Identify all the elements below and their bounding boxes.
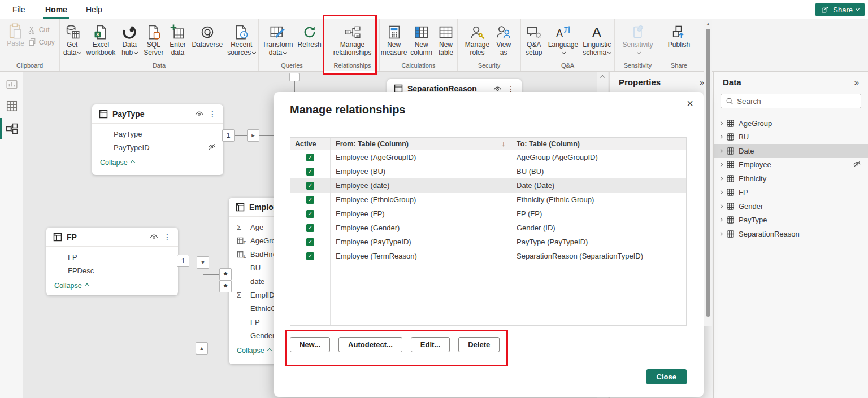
active-checkbox[interactable]: ✓: [306, 210, 314, 218]
excel-workbook-button[interactable]: XExcelworkbook: [85, 23, 117, 57]
search-box[interactable]: [721, 94, 861, 108]
expand-chevron-icon[interactable]: [719, 218, 723, 222]
expand-chevron-icon[interactable]: [719, 232, 723, 236]
collapse-panel-icon[interactable]: »: [700, 77, 704, 87]
view-as-button[interactable]: Viewas: [492, 23, 515, 57]
scroll-up-icon[interactable]: [600, 75, 605, 80]
linguistic-schema-button[interactable]: ALinguisticschema: [581, 23, 613, 57]
vertical-scrollbar[interactable]: ▲: [704, 20, 712, 326]
scrollbar-thumb[interactable]: [706, 29, 710, 317]
transform-data-button[interactable]: Transformdata: [261, 23, 294, 57]
report-view-icon[interactable]: [6, 78, 18, 91]
column-header-from[interactable]: From: Table (Column) ↓: [330, 139, 511, 148]
dataverse-button[interactable]: Dataverse: [190, 23, 224, 50]
field-row[interactable]: PayTypeID: [92, 141, 223, 154]
column-header-to[interactable]: To: Table (Column): [511, 140, 686, 148]
table-view-icon[interactable]: [6, 100, 18, 112]
enter-data-button[interactable]: Enterdata: [166, 23, 189, 57]
hidden-eye-icon[interactable]: [853, 160, 861, 170]
manage-roles-button[interactable]: Manageroles: [463, 23, 491, 57]
field-row[interactable]: FPDesc: [46, 264, 178, 277]
expand-chevron-icon[interactable]: [719, 204, 723, 208]
active-checkbox[interactable]: ✓: [306, 182, 314, 190]
sensitivity-button[interactable]: Sensitivity: [620, 23, 654, 57]
active-checkbox[interactable]: ✓: [306, 154, 314, 161]
relationship-row[interactable]: ✓Employee (PayTypeID)PayType (PayTypeID): [290, 235, 686, 249]
expand-chevron-icon[interactable]: [719, 149, 723, 153]
hidden-eye-icon[interactable]: [207, 142, 216, 153]
scroll-up-icon[interactable]: ▲: [704, 21, 712, 27]
collapse-panel-icon[interactable]: »: [854, 77, 859, 87]
paste-button[interactable]: Paste: [5, 23, 27, 47]
more-options-icon[interactable]: ⋮: [209, 110, 216, 118]
relationship-row[interactable]: ✓Employee (AgeGroupID)AgeGroup (AgeGroup…: [290, 150, 686, 164]
expand-chevron-icon[interactable]: [719, 163, 723, 167]
collapse-link[interactable]: Collapse: [46, 277, 178, 295]
data-table-item-ethnicity[interactable]: Ethnicity: [714, 172, 868, 186]
new-table-button[interactable]: Newtable: [435, 23, 457, 57]
data-table-item-separationreason[interactable]: SeparationReason: [714, 227, 868, 241]
relationship-row[interactable]: ✓Employee (EthnicGroup)Ethnicity (Ethnic…: [290, 193, 686, 207]
relationship-row[interactable]: ✓Employee (BU)BU (BU): [290, 164, 686, 178]
data-table-item-date[interactable]: Date: [714, 144, 868, 158]
dialog-title: Manage relationships: [290, 103, 406, 116]
relationship-row[interactable]: ✓Employee (FP)FP (FP): [290, 207, 686, 221]
collapse-link[interactable]: Collapse: [92, 154, 223, 172]
relationship-row[interactable]: ✓Employee (date)Date (Date): [290, 178, 686, 193]
table-card-fp[interactable]: FP ⋮ FPFPDesc Collapse: [46, 228, 178, 295]
new-column-button[interactable]: Newcolumn: [409, 23, 433, 57]
arrow-right-icon: ►: [247, 129, 259, 142]
recent-sources-button[interactable]: Recentsources: [225, 23, 257, 57]
copy-button[interactable]: Copy: [28, 38, 55, 47]
relationship-row[interactable]: ✓Employee (Gender)Gender (ID): [290, 221, 686, 235]
field-row[interactable]: PayType: [92, 127, 223, 141]
get-data-button[interactable]: Getdata: [61, 23, 84, 57]
cut-button[interactable]: Cut: [28, 25, 55, 34]
expand-chevron-icon[interactable]: [719, 177, 723, 181]
menu-file[interactable]: File: [12, 0, 25, 19]
data-table-item-agegroup[interactable]: AgeGroup: [714, 116, 868, 130]
data-table-item-employee[interactable]: Employee: [714, 158, 868, 172]
more-options-icon[interactable]: ⋮: [163, 233, 171, 241]
active-checkbox[interactable]: ✓: [306, 252, 314, 260]
data-table-item-bu[interactable]: BU: [714, 130, 868, 145]
qa-setup-button[interactable]: Q&Asetup: [523, 23, 545, 57]
model-view-icon[interactable]: [6, 123, 18, 135]
relationship-row[interactable]: ✓Employee (TermReason)SeparationReason (…: [290, 249, 686, 263]
expand-chevron-icon[interactable]: [719, 190, 723, 194]
table-card-paytype[interactable]: PayType ⋮ PayTypePayTypeID Collapse: [92, 104, 223, 175]
eye-icon[interactable]: [149, 232, 159, 242]
sql-server-button[interactable]: SQLServer: [142, 23, 165, 57]
field-row[interactable]: FP: [46, 250, 178, 264]
close-icon[interactable]: ×: [687, 97, 693, 110]
eye-icon[interactable]: [194, 109, 204, 119]
data-table-item-fp[interactable]: FP: [714, 186, 868, 200]
ribbon-group-security: ManagerolesViewasSecurity: [458, 19, 521, 71]
arrow-down-icon: ▼: [197, 256, 209, 269]
language-button[interactable]: ALanguage: [546, 23, 580, 57]
search-input[interactable]: [737, 97, 856, 106]
active-checkbox[interactable]: ✓: [306, 238, 314, 246]
publish-button[interactable]: Publish: [666, 23, 692, 50]
close-button[interactable]: Close: [646, 369, 687, 384]
active-checkbox[interactable]: ✓: [306, 168, 314, 176]
table-card-header[interactable]: FP ⋮: [46, 228, 178, 247]
refresh-icon: [301, 23, 318, 41]
expand-chevron-icon[interactable]: [719, 135, 723, 139]
refresh-button[interactable]: Refresh: [296, 23, 323, 50]
menu-home[interactable]: Home: [45, 0, 67, 19]
new-measure-button[interactable]: Newmeasure: [380, 23, 408, 57]
data-hub-button[interactable]: Datahub: [118, 23, 141, 57]
expand-chevron-icon[interactable]: [719, 121, 723, 125]
menu-help[interactable]: Help: [86, 0, 102, 19]
share-button[interactable]: Share: [815, 3, 865, 16]
table-grid-icon: [726, 174, 735, 183]
active-checkbox[interactable]: ✓: [306, 196, 314, 204]
data-table-item-paytype[interactable]: PayType: [714, 213, 868, 228]
table-card-header[interactable]: PayType ⋮: [92, 104, 223, 124]
data-table-item-gender[interactable]: Gender: [714, 199, 868, 213]
ribbon-group-queries: TransformdataRefreshQueries: [259, 19, 326, 71]
more-options-icon[interactable]: ⋮: [507, 85, 515, 93]
active-checkbox[interactable]: ✓: [306, 224, 314, 232]
column-header-active[interactable]: Active: [290, 140, 330, 148]
